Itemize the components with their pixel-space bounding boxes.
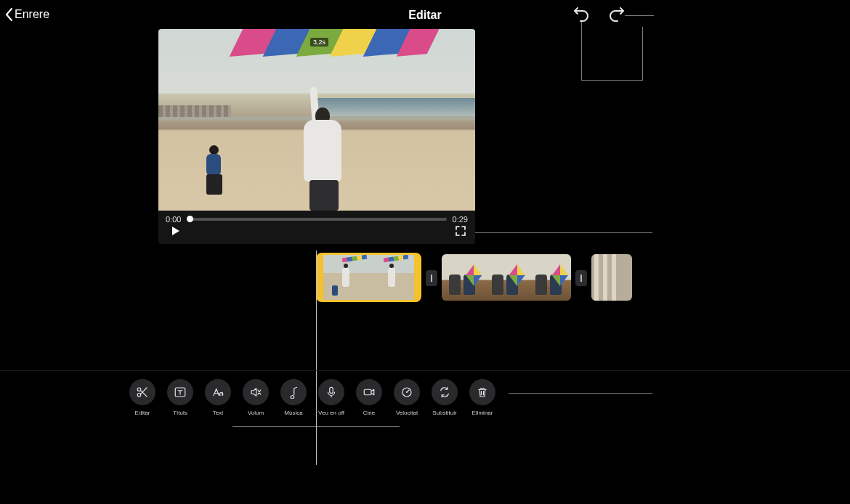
tool-label: Títols [173, 410, 187, 416]
transition-button[interactable] [426, 270, 437, 286]
speedometer-icon [400, 386, 413, 399]
playhead[interactable] [316, 251, 317, 465]
back-button[interactable]: Enrere [4, 7, 49, 22]
callout-line [581, 80, 643, 81]
tool-voiceover[interactable]: Veu en off [318, 379, 344, 416]
trash-icon [476, 386, 489, 399]
callout-line [509, 393, 652, 394]
svg-point-9 [406, 391, 408, 393]
transition-button[interactable] [575, 270, 587, 286]
tool-volume[interactable]: Volum [243, 379, 269, 416]
fullscreen-button[interactable] [455, 225, 466, 240]
callout-line [581, 22, 582, 80]
chevron-left-icon [4, 7, 15, 22]
redo-icon [607, 7, 625, 23]
tool-music[interactable]: Música [280, 379, 307, 416]
top-bar: Enrere Editar [0, 0, 850, 32]
tool-label: Text [213, 410, 224, 416]
replace-icon [438, 386, 451, 399]
titles-icon [174, 386, 187, 399]
transport-row [158, 222, 475, 244]
volume-mute-icon [249, 386, 262, 399]
clip-duration-badge: 3,2s [310, 38, 328, 46]
video-frame[interactable]: 3,2s [158, 29, 475, 211]
svg-rect-2 [580, 275, 582, 282]
tool-label: Editar [135, 410, 150, 416]
tool-replace[interactable]: Substituir [432, 379, 458, 416]
callout-line [625, 15, 654, 16]
preview-viewer: 3,2s 0:00 0:29 [158, 29, 475, 244]
svg-rect-7 [364, 389, 371, 395]
tool-label: Cine [363, 410, 375, 416]
transition-icon [429, 274, 434, 283]
undo-button[interactable] [573, 7, 591, 26]
expand-icon [455, 225, 466, 237]
timeline-clip[interactable] [442, 254, 571, 301]
scissors-icon [136, 386, 149, 399]
tool-label: Volum [248, 410, 264, 416]
scrubber[interactable] [187, 218, 446, 221]
callout-line [642, 27, 643, 80]
play-icon [170, 225, 182, 237]
tool-speed[interactable]: Velocitat [394, 379, 420, 416]
play-button[interactable] [170, 225, 182, 240]
page-title: Editar [408, 9, 441, 22]
timeline[interactable] [0, 254, 850, 312]
undo-icon [573, 7, 591, 23]
timeline-clip-selected[interactable] [316, 253, 421, 302]
tool-label: Velocitat [396, 410, 418, 416]
tool-text[interactable]: Text [205, 379, 231, 416]
transition-icon [578, 274, 584, 283]
microphone-icon [325, 386, 338, 399]
separator [0, 370, 850, 371]
music-note-icon [287, 386, 300, 399]
tool-delete[interactable]: Eliminar [469, 379, 495, 416]
redo-button[interactable] [607, 7, 625, 26]
camera-icon [363, 386, 376, 399]
tool-label: Eliminar [472, 410, 493, 416]
tool-cinematic[interactable]: Cine [356, 379, 382, 416]
tool-label: Música [284, 410, 302, 416]
text-icon [211, 386, 224, 399]
svg-rect-6 [330, 387, 333, 393]
tool-titles[interactable]: Títols [167, 379, 193, 416]
edit-toolbar: Editar Títols Text Volum Música Veu en o… [129, 379, 495, 416]
tool-label: Veu en off [318, 410, 344, 416]
tool-edit[interactable]: Editar [129, 379, 155, 416]
timeline-clip[interactable] [591, 254, 632, 301]
video-content [158, 29, 475, 211]
back-label: Enrere [15, 8, 49, 21]
svg-rect-1 [431, 275, 432, 282]
callout-line [471, 232, 652, 233]
tool-label: Substituir [432, 410, 456, 416]
